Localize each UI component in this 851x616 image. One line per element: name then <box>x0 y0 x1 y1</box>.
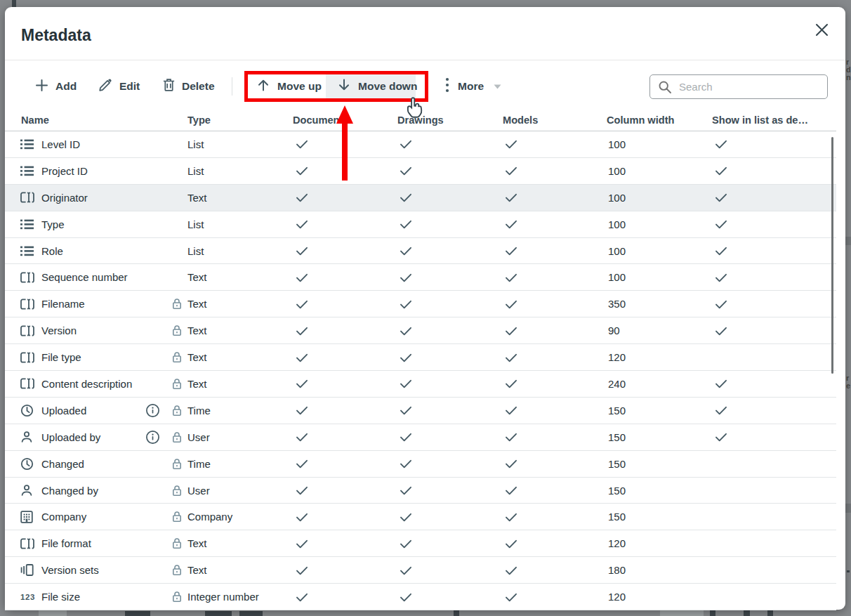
table-row[interactable]: Changed byUser150 <box>5 478 836 504</box>
table-row[interactable]: Sequence numberText100 <box>5 264 836 291</box>
row-name: Originator <box>41 185 88 211</box>
column-header-column-width: Column width <box>607 114 674 126</box>
delete-button-label: Delete <box>182 80 215 93</box>
checkmark-icon <box>294 584 310 610</box>
table-row[interactable]: RoleList100 <box>5 238 836 265</box>
annotation-arrow-head-icon <box>336 105 353 124</box>
add-button[interactable]: Add <box>35 72 77 100</box>
row-name: File type <box>41 344 81 370</box>
checkmark-icon <box>503 424 519 450</box>
list-icon <box>20 238 39 264</box>
text-icon <box>20 264 39 290</box>
row-column-width: 150 <box>608 451 626 477</box>
row-name: Version sets <box>41 557 99 583</box>
table-row[interactable]: Project IDList100 <box>5 158 836 185</box>
row-name: Role <box>41 238 63 264</box>
row-column-width: 350 <box>608 291 626 317</box>
table-row[interactable]: CompanyCompany150 <box>5 504 836 530</box>
table-row[interactable]: FilenameText350 <box>5 291 836 317</box>
row-column-width: 120 <box>608 584 626 610</box>
info-icon[interactable] <box>145 398 161 424</box>
background-fragment <box>744 610 750 616</box>
table-row[interactable]: Uploaded byUser150 <box>5 424 836 451</box>
checkmark-icon <box>503 398 519 424</box>
table-row[interactable]: ChangedTime150 <box>5 451 836 478</box>
row-type: Text <box>187 371 207 397</box>
row-name: Version <box>41 317 77 343</box>
checkmark-icon <box>713 185 729 211</box>
lock-icon <box>172 398 183 424</box>
background-fragment <box>39 610 67 616</box>
company-icon <box>20 504 39 530</box>
checkmark-icon <box>294 317 310 343</box>
table-row[interactable]: File formatText120 <box>5 530 836 557</box>
search-input[interactable] <box>678 80 827 93</box>
row-column-width: 120 <box>608 530 626 556</box>
checkmark-icon <box>294 371 310 397</box>
row-column-width: 100 <box>608 131 626 157</box>
table-row[interactable]: OriginatorText100 <box>5 185 836 211</box>
row-column-width: 150 <box>608 478 626 504</box>
table-row[interactable]: UploadedTime150 <box>5 398 836 424</box>
row-name: File size <box>41 584 80 610</box>
table-row[interactable]: 123File sizeInteger number120 <box>5 584 836 610</box>
row-type: List <box>187 158 204 184</box>
lock-icon <box>172 424 183 450</box>
column-header-show-in-list-as-de: Show in list as de… <box>712 114 808 126</box>
row-type: Text <box>187 264 207 290</box>
checkmark-icon <box>503 504 519 530</box>
more-button[interactable]: More <box>445 72 501 100</box>
checkmark-icon <box>713 264 729 290</box>
checkmark-icon <box>294 504 310 530</box>
table-row[interactable]: Level IDList100 <box>5 131 836 158</box>
row-type: Company <box>187 504 232 530</box>
row-name: Filename <box>41 291 85 317</box>
row-name: Uploaded <box>41 398 86 424</box>
checkmark-icon <box>503 371 519 397</box>
lock-icon <box>172 344 183 370</box>
row-name: Changed <box>41 451 84 477</box>
checkmark-icon <box>294 344 310 370</box>
background-fragment <box>12 0 16 7</box>
checkmark-icon <box>713 158 729 184</box>
checkmark-icon <box>398 530 414 556</box>
row-type: Time <box>187 451 211 477</box>
checkmark-icon <box>713 398 729 424</box>
row-name: Content description <box>41 371 132 397</box>
checkmark-icon <box>503 530 519 556</box>
checkmark-icon <box>713 131 729 157</box>
delete-button[interactable]: Delete <box>163 72 215 100</box>
divider <box>5 60 845 60</box>
search-icon <box>658 80 672 94</box>
close-button[interactable] <box>814 23 829 39</box>
row-name: Type <box>41 211 65 237</box>
checkmark-icon <box>503 451 519 477</box>
clock-icon <box>20 398 39 424</box>
checkmark-icon <box>503 238 519 264</box>
table-row[interactable]: Version setsText180 <box>5 557 836 584</box>
checkmark-icon <box>294 478 310 504</box>
checkmark-icon <box>503 131 519 157</box>
table-row[interactable]: TypeList100 <box>5 211 836 238</box>
checkmark-icon <box>398 264 414 290</box>
table-row[interactable]: File typeText120 <box>5 344 836 371</box>
checkmark-icon <box>503 478 519 504</box>
text-icon <box>20 530 39 556</box>
edit-button[interactable]: Edit <box>98 72 140 100</box>
row-type: Text <box>187 557 207 583</box>
background-scrollbar-fragment <box>845 237 851 245</box>
table-row[interactable]: VersionText90 <box>5 317 836 344</box>
text-icon <box>20 317 39 343</box>
column-header-name: Name <box>21 114 49 126</box>
row-type: Text <box>187 344 207 370</box>
background-fragment <box>239 611 263 616</box>
annotation-arrow <box>342 122 348 181</box>
row-type: Text <box>187 317 207 343</box>
background-fragment <box>125 611 150 616</box>
checkmark-icon <box>503 291 519 317</box>
table-row[interactable]: Content descriptionText240 <box>5 371 836 398</box>
background-fragment <box>205 611 232 616</box>
vertical-scrollbar-thumb[interactable] <box>831 137 833 374</box>
checkmark-icon <box>398 211 414 237</box>
info-icon[interactable] <box>145 424 161 450</box>
